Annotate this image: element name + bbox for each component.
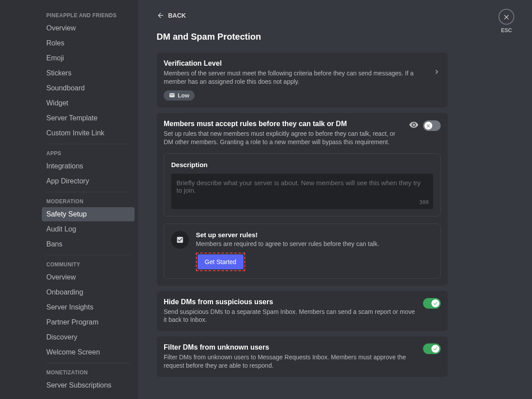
sidebar-item-emoji[interactable]: Emoji bbox=[42, 51, 135, 65]
verification-level-value: Low bbox=[178, 92, 189, 99]
divider bbox=[46, 255, 130, 255]
sidebar-item-safety-setup[interactable]: Safety Setup bbox=[42, 207, 135, 221]
close-icon bbox=[498, 9, 514, 25]
highlight-annotation: Get Started bbox=[196, 253, 245, 271]
hide-dm-title: Hide DMs from suspicious users bbox=[164, 298, 418, 306]
description-textarea[interactable] bbox=[176, 179, 428, 198]
sidebar-item-audit-log[interactable]: Audit Log bbox=[42, 222, 135, 236]
hide-dm-card: Hide DMs from suspicious users Send susp… bbox=[157, 291, 448, 332]
section-header-community: COMMUNITY bbox=[42, 259, 135, 270]
verification-desc: Members of the server must meet the foll… bbox=[164, 69, 427, 86]
sidebar-item-soundboard[interactable]: Soundboard bbox=[42, 81, 135, 95]
divider bbox=[46, 144, 130, 144]
sidebar-item-server-insights[interactable]: Server Insights bbox=[42, 300, 135, 314]
checklist-icon bbox=[171, 231, 189, 249]
rules-title: Members must accept rules before they ca… bbox=[164, 120, 404, 128]
filter-dm-toggle[interactable] bbox=[423, 343, 441, 354]
eye-icon[interactable] bbox=[409, 120, 419, 131]
setup-rules-desc: Members are required to agree to server … bbox=[196, 240, 433, 247]
divider bbox=[46, 363, 130, 363]
section-header-monetization: MONETIZATION bbox=[42, 367, 135, 378]
rules-toggle[interactable] bbox=[423, 120, 441, 131]
char-count: 300 bbox=[419, 199, 429, 205]
section-header-apps: APPS bbox=[42, 148, 135, 159]
sidebar-item-custom-invite-link[interactable]: Custom Invite Link bbox=[42, 126, 135, 140]
mail-icon bbox=[169, 92, 175, 98]
sidebar-item-discovery[interactable]: Discovery bbox=[42, 330, 135, 344]
sidebar-item-server-template[interactable]: Server Template bbox=[42, 111, 135, 125]
filter-dm-desc: Filter DMs from unknown users to Message… bbox=[164, 353, 418, 370]
description-section: Description 300 bbox=[164, 153, 441, 216]
sidebar-item-app-directory[interactable]: App Directory bbox=[42, 174, 135, 188]
sidebar: PINEAPPLE AND FRIENDS Overview Roles Emo… bbox=[0, 0, 138, 399]
setup-rules-title: Set up server rules! bbox=[196, 231, 433, 239]
verification-title: Verification Level bbox=[164, 60, 427, 67]
sidebar-item-roles[interactable]: Roles bbox=[42, 36, 135, 50]
sidebar-item-integrations[interactable]: Integrations bbox=[42, 159, 135, 173]
setup-rules-section: Set up server rules! Members are require… bbox=[164, 224, 441, 279]
arrow-left-icon bbox=[157, 11, 165, 19]
sidebar-item-widget[interactable]: Widget bbox=[42, 96, 135, 110]
close-button[interactable]: ESC bbox=[498, 9, 514, 34]
page-title: DM and Spam Protection bbox=[157, 32, 514, 42]
description-label: Description bbox=[171, 161, 433, 168]
sidebar-item-bans[interactable]: Bans bbox=[42, 237, 135, 251]
filter-dm-title: Filter DMs from unknown users bbox=[164, 343, 418, 351]
main-content: ESC BACK DM and Spam Protection Verifica… bbox=[138, 0, 532, 399]
chevron-right-icon bbox=[433, 68, 441, 78]
sidebar-item-overview[interactable]: Overview bbox=[42, 21, 135, 35]
sidebar-item-community-overview[interactable]: Overview bbox=[42, 270, 135, 284]
back-button[interactable]: BACK bbox=[157, 11, 514, 19]
section-header-moderation: MODERATION bbox=[42, 196, 135, 207]
sidebar-item-server-subscriptions[interactable]: Server Subscriptions bbox=[42, 378, 135, 392]
description-textarea-wrap: 300 bbox=[171, 174, 433, 209]
sidebar-item-stickers[interactable]: Stickers bbox=[42, 66, 135, 80]
filter-dm-card: Filter DMs from unknown users Filter DMs… bbox=[157, 336, 448, 377]
rules-desc: Set up rules that new members must expli… bbox=[164, 130, 404, 146]
hide-dm-toggle[interactable] bbox=[423, 298, 441, 309]
sidebar-item-onboarding[interactable]: Onboarding bbox=[42, 285, 135, 299]
sidebar-item-partner-program[interactable]: Partner Program bbox=[42, 315, 135, 329]
verification-level-badge: Low bbox=[164, 90, 195, 101]
divider bbox=[46, 192, 130, 192]
get-started-button[interactable]: Get Started bbox=[198, 254, 244, 269]
sidebar-item-welcome-screen[interactable]: Welcome Screen bbox=[42, 345, 135, 359]
server-name-header: PINEAPPLE AND FRIENDS bbox=[42, 10, 135, 21]
hide-dm-desc: Send suspicious DMs to a separate Spam I… bbox=[164, 308, 418, 324]
verification-level-card[interactable]: Verification Level Members of the server… bbox=[157, 52, 448, 108]
back-label: BACK bbox=[168, 12, 186, 19]
rules-card: Members must accept rules before they ca… bbox=[157, 113, 448, 286]
close-label: ESC bbox=[501, 27, 512, 34]
